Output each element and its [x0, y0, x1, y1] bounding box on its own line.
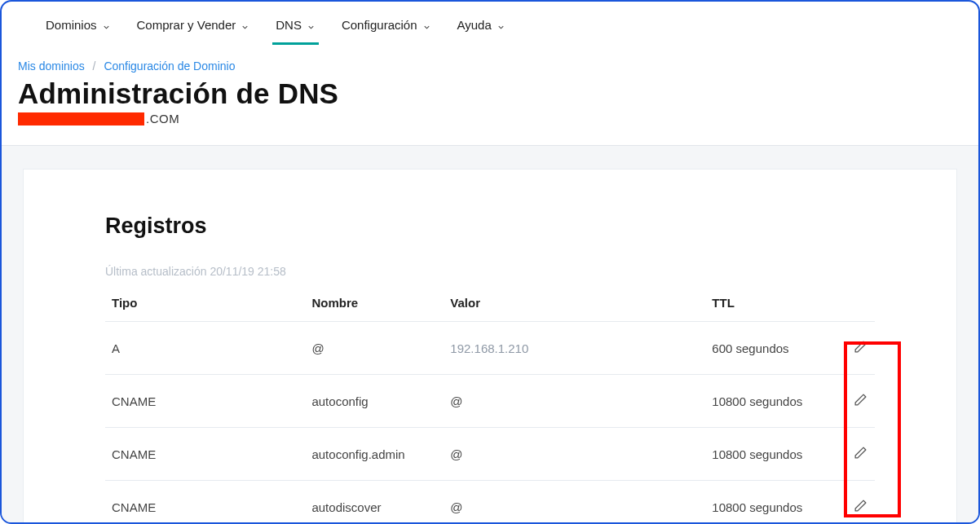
- nav-item-comprar-vender[interactable]: Comprar y Vender: [126, 15, 262, 45]
- cell-actions: [828, 428, 875, 481]
- nav-label: DNS: [276, 18, 302, 32]
- card-wrap: Registros Última actualización 20/11/19 …: [2, 146, 978, 524]
- records-card: Registros Última actualización 20/11/19 …: [23, 169, 957, 524]
- cell-value: 192.168.1.210: [444, 322, 705, 375]
- cell-name: autoconfig.admin: [305, 428, 444, 481]
- breadcrumb: Mis dominios / Configuración de Dominio: [2, 45, 978, 73]
- cell-value: @: [444, 481, 705, 525]
- cell-type: CNAME: [105, 481, 305, 525]
- edit-button[interactable]: [849, 390, 872, 412]
- cell-ttl: 600 segundos: [705, 322, 828, 375]
- chevron-down-icon: [102, 20, 111, 29]
- table-row: CNAMEautoconfig@10800 segundos: [105, 375, 875, 428]
- table-row: A@192.168.1.210600 segundos: [105, 322, 875, 375]
- cell-ttl: 10800 segundos: [705, 428, 828, 481]
- col-name: Nombre: [305, 286, 444, 322]
- cell-name: autoconfig: [305, 375, 444, 428]
- col-ttl: TTL: [705, 286, 828, 322]
- breadcrumb-mis-dominios[interactable]: Mis dominios: [18, 59, 85, 73]
- table-row: CNAMEautodiscover@10800 segundos: [105, 481, 875, 525]
- breadcrumb-sep: /: [93, 59, 96, 73]
- col-type: Tipo: [105, 286, 305, 322]
- edit-button[interactable]: [849, 337, 872, 359]
- last-updated: Última actualización 20/11/19 21:58: [105, 265, 875, 278]
- top-nav: Dominios Comprar y Vender DNS Configurac…: [2, 2, 978, 45]
- breadcrumb-configuracion-dominio[interactable]: Configuración de Dominio: [104, 59, 235, 73]
- chevron-down-icon: [422, 20, 431, 29]
- cell-actions: [828, 481, 875, 525]
- nav-item-configuracion[interactable]: Configuración: [330, 15, 443, 45]
- nav-item-dominios[interactable]: Dominios: [34, 15, 122, 45]
- pencil-icon: [854, 499, 867, 515]
- nav-item-ayuda[interactable]: Ayuda: [446, 15, 517, 45]
- chevron-down-icon: [241, 20, 249, 29]
- domain-suffix: .COM: [146, 112, 179, 125]
- domain-name: .COM: [2, 110, 978, 145]
- page-title: Administración de DNS: [2, 73, 978, 110]
- cell-value: @: [444, 375, 705, 428]
- edit-button[interactable]: [849, 443, 872, 465]
- nav-item-dns[interactable]: DNS: [264, 15, 327, 45]
- cell-type: CNAME: [105, 428, 305, 481]
- redacted-domain: [18, 112, 144, 125]
- nav-label: Dominios: [46, 18, 97, 32]
- cell-ttl: 10800 segundos: [705, 375, 828, 428]
- table-row: CNAMEautoconfig.admin@10800 segundos: [105, 428, 875, 481]
- cell-value: @: [444, 428, 705, 481]
- cell-type: CNAME: [105, 375, 305, 428]
- cell-name: autodiscover: [305, 481, 444, 525]
- cell-name: @: [305, 322, 444, 375]
- records-table: Tipo Nombre Valor TTL A@192.168.1.210600…: [105, 286, 875, 524]
- cell-actions: [828, 375, 875, 428]
- cell-actions: [828, 322, 875, 375]
- last-updated-value: 20/11/19 21:58: [210, 265, 285, 278]
- last-updated-prefix: Última actualización: [105, 265, 207, 278]
- pencil-icon: [854, 446, 867, 462]
- edit-button[interactable]: [849, 495, 872, 518]
- cell-type: A: [105, 322, 305, 375]
- nav-label: Comprar y Vender: [137, 18, 236, 32]
- nav-label: Ayuda: [457, 18, 492, 32]
- pencil-icon: [854, 340, 867, 356]
- pencil-icon: [854, 393, 867, 409]
- col-value: Valor: [444, 286, 705, 322]
- nav-label: Configuración: [342, 18, 417, 32]
- records-heading: Registros: [105, 214, 875, 239]
- chevron-down-icon: [307, 20, 316, 29]
- chevron-down-icon: [497, 20, 505, 29]
- cell-ttl: 10800 segundos: [705, 481, 828, 525]
